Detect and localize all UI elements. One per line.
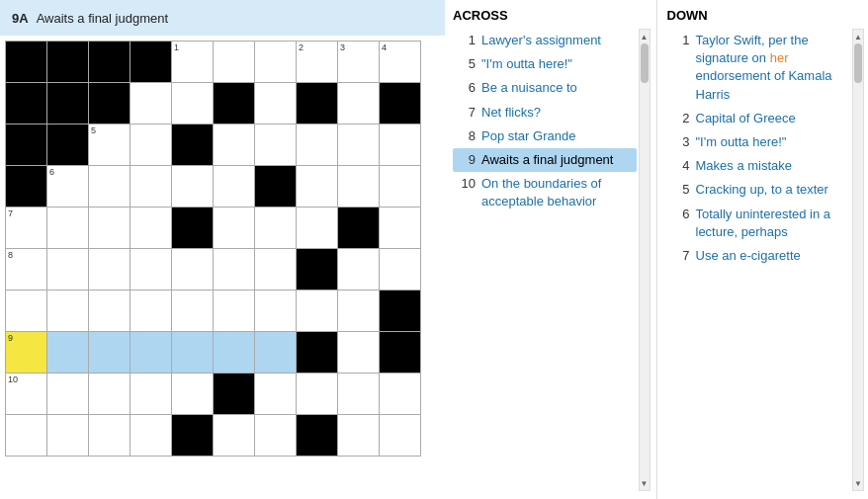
cell-4-0[interactable]: 7: [6, 208, 47, 249]
cell-8-4[interactable]: [172, 374, 214, 415]
cell-3-3[interactable]: [130, 166, 172, 208]
across-clue-8[interactable]: 8Pop star Grande: [453, 125, 637, 148]
cell-0-7[interactable]: 2: [297, 42, 338, 83]
cell-4-4[interactable]: [172, 208, 214, 249]
cell-0-2[interactable]: [89, 42, 130, 83]
across-clue-5[interactable]: 5"I'm outta here!": [453, 52, 637, 76]
cell-0-0[interactable]: [6, 42, 47, 83]
cell-9-6[interactable]: [255, 415, 297, 457]
cell-8-3[interactable]: [130, 374, 172, 415]
cell-2-8[interactable]: [338, 125, 380, 166]
cell-6-6[interactable]: [255, 291, 297, 332]
cell-8-5[interactable]: [214, 374, 255, 415]
cell-7-4[interactable]: [172, 332, 214, 374]
cell-6-9[interactable]: [380, 291, 421, 332]
down-list[interactable]: 1Taylor Swift, per the signature on her …: [667, 29, 853, 491]
cell-1-4[interactable]: [172, 83, 214, 125]
cell-7-2[interactable]: [89, 332, 130, 374]
down-scroll[interactable]: ▲ ▼: [852, 29, 864, 491]
cell-9-8[interactable]: [338, 415, 380, 457]
down-clue-1[interactable]: 1Taylor Swift, per the signature on her …: [667, 29, 851, 107]
cell-2-7[interactable]: [297, 125, 338, 166]
cell-4-7[interactable]: [297, 208, 338, 249]
cell-3-0[interactable]: [6, 166, 47, 208]
cell-3-6[interactable]: [255, 166, 297, 208]
cell-8-8[interactable]: [338, 374, 380, 415]
cell-1-1[interactable]: [47, 83, 89, 125]
cell-2-6[interactable]: [255, 125, 297, 166]
cell-6-4[interactable]: [172, 291, 214, 332]
cell-3-1[interactable]: 6: [47, 166, 89, 208]
cell-7-0[interactable]: 9: [6, 332, 47, 374]
cell-4-2[interactable]: [89, 208, 130, 249]
across-clue-6[interactable]: 6Be a nuisance to: [453, 76, 637, 100]
cell-5-1[interactable]: [47, 249, 89, 291]
cell-1-2[interactable]: [89, 83, 130, 125]
across-scroll-down[interactable]: ▼: [640, 478, 650, 488]
cell-4-9[interactable]: [380, 208, 421, 249]
cell-3-2[interactable]: [89, 166, 130, 208]
cell-1-9[interactable]: [380, 83, 421, 125]
across-clue-7[interactable]: 7Net flicks?: [453, 101, 637, 125]
cell-5-5[interactable]: [214, 249, 255, 291]
cell-9-7[interactable]: [297, 415, 338, 457]
down-clue-2[interactable]: 2Capital of Greece: [667, 107, 851, 130]
cell-2-1[interactable]: [47, 125, 89, 166]
across-clue-9[interactable]: 9Awaits a final judgment: [453, 148, 637, 172]
cell-5-3[interactable]: [130, 249, 172, 291]
cell-4-6[interactable]: [255, 208, 297, 249]
cell-2-5[interactable]: [214, 125, 255, 166]
cell-0-1[interactable]: [47, 42, 89, 83]
across-scroll[interactable]: ▲ ▼: [639, 29, 651, 491]
across-clue-1[interactable]: 1Lawyer's assignment: [453, 29, 637, 52]
cell-9-0[interactable]: [6, 415, 47, 457]
cell-2-3[interactable]: [130, 125, 172, 166]
cell-0-9[interactable]: 4: [380, 42, 421, 83]
cell-4-1[interactable]: [47, 208, 89, 249]
cell-7-9[interactable]: [380, 332, 421, 374]
cell-2-0[interactable]: [6, 125, 47, 166]
down-scroll-up[interactable]: ▲: [853, 32, 863, 42]
cell-0-6[interactable]: [255, 42, 297, 83]
cell-2-9[interactable]: [380, 125, 421, 166]
cell-4-3[interactable]: [130, 208, 172, 249]
cell-3-4[interactable]: [172, 166, 214, 208]
cell-3-8[interactable]: [338, 166, 380, 208]
cell-6-2[interactable]: [89, 291, 130, 332]
cell-0-4[interactable]: 1: [172, 42, 214, 83]
cell-6-3[interactable]: [130, 291, 172, 332]
cell-8-1[interactable]: [47, 374, 89, 415]
cell-1-0[interactable]: [6, 83, 47, 125]
cell-8-2[interactable]: [89, 374, 130, 415]
across-list[interactable]: 1Lawyer's assignment5"I'm outta here!"6B…: [453, 29, 639, 491]
cell-4-8[interactable]: [338, 208, 380, 249]
cell-5-0[interactable]: 8: [6, 249, 47, 291]
cell-1-6[interactable]: [255, 83, 297, 125]
down-clue-4[interactable]: 4Makes a mistake: [667, 154, 851, 178]
cell-5-6[interactable]: [255, 249, 297, 291]
cell-1-8[interactable]: [338, 83, 380, 125]
cell-9-1[interactable]: [47, 415, 89, 457]
cell-5-2[interactable]: [89, 249, 130, 291]
cell-9-3[interactable]: [130, 415, 172, 457]
cell-1-7[interactable]: [297, 83, 338, 125]
cell-3-7[interactable]: [297, 166, 338, 208]
cell-6-0[interactable]: [6, 291, 47, 332]
cell-6-7[interactable]: [297, 291, 338, 332]
cell-3-9[interactable]: [380, 166, 421, 208]
cell-1-5[interactable]: [214, 83, 255, 125]
cell-9-9[interactable]: [380, 415, 421, 457]
cell-7-6[interactable]: [255, 332, 297, 374]
cell-8-6[interactable]: [255, 374, 297, 415]
cell-5-8[interactable]: [338, 249, 380, 291]
down-clue-7[interactable]: 7Use an e-cigarette: [667, 244, 851, 268]
cell-6-5[interactable]: [214, 291, 255, 332]
cell-6-1[interactable]: [47, 291, 89, 332]
cell-7-5[interactable]: [214, 332, 255, 374]
across-clue-10[interactable]: 10On the boundaries of acceptable behavi…: [453, 172, 637, 213]
cell-7-8[interactable]: [338, 332, 380, 374]
down-scroll-down[interactable]: ▼: [853, 478, 863, 488]
cell-7-3[interactable]: [130, 332, 172, 374]
cell-5-9[interactable]: [380, 249, 421, 291]
cell-5-7[interactable]: [297, 249, 338, 291]
